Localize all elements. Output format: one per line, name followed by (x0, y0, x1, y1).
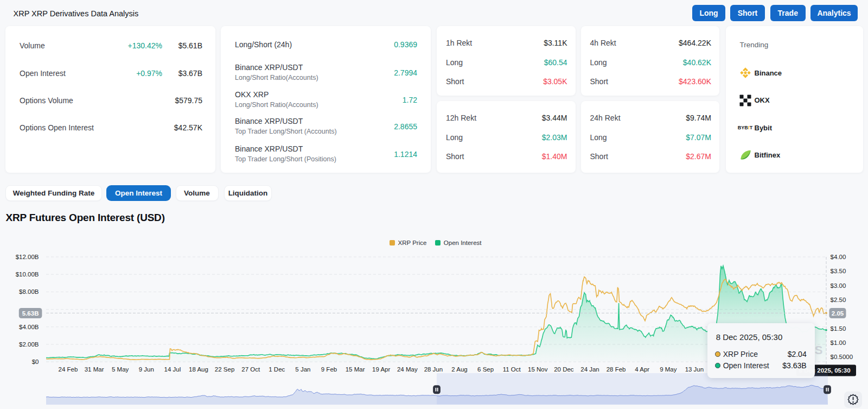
svg-text:20 Dec: 20 Dec (554, 366, 574, 373)
svg-text:$0: $0 (32, 358, 39, 365)
svg-text:9 Feb: 9 Feb (321, 366, 337, 373)
svg-text:24 Jan: 24 Jan (580, 366, 599, 373)
svg-text:18 Aug: 18 Aug (189, 366, 208, 373)
svg-text:$3.00: $3.00 (831, 282, 846, 289)
svg-text:5 Jan: 5 Jan (295, 366, 310, 373)
svg-text:$2.50: $2.50 (831, 297, 846, 303)
svg-text:$2.00B: $2.00B (19, 341, 39, 348)
svg-text:28 Feb: 28 Feb (607, 366, 626, 373)
svg-text:9 May: 9 May (660, 366, 677, 373)
svg-text:5 May: 5 May (112, 366, 129, 373)
svg-text:$8.00B: $8.00B (19, 288, 39, 295)
svg-text:19 Apr: 19 Apr (372, 366, 390, 373)
svg-text:22 Sep: 22 Sep (215, 366, 234, 373)
svg-text:$12.00B: $12.00B (16, 254, 39, 260)
svg-text:5.63B: 5.63B (22, 310, 39, 317)
svg-text:$0.5000: $0.5000 (831, 354, 853, 360)
svg-text:15 Mar: 15 Mar (346, 366, 365, 373)
svg-text:28 Jun: 28 Jun (424, 366, 443, 373)
svg-text:$3.50: $3.50 (831, 268, 846, 274)
svg-text:24 Feb: 24 Feb (59, 366, 78, 373)
svg-text:11 Oct: 11 Oct (503, 366, 521, 373)
svg-text:$4.00: $4.00 (831, 254, 846, 260)
svg-text:24 May: 24 May (397, 366, 418, 373)
svg-text:1 Dec: 1 Dec (269, 366, 285, 373)
svg-text:$10.00B: $10.00B (16, 271, 39, 278)
svg-text:9 Jun: 9 Jun (139, 366, 154, 373)
svg-text:15 Nov: 15 Nov (528, 366, 548, 373)
svg-text:31 Mar: 31 Mar (85, 366, 104, 373)
svg-text:2.05: 2.05 (832, 310, 844, 317)
svg-text:14 Jul: 14 Jul (164, 366, 181, 373)
svg-text:$1.00: $1.00 (831, 339, 846, 346)
svg-text:13 Jun: 13 Jun (685, 366, 704, 373)
svg-text:2 Aug: 2 Aug (451, 366, 467, 373)
svg-text:27 Oct: 27 Oct (241, 366, 260, 373)
svg-text:$4.00B: $4.00B (19, 324, 39, 330)
svg-text:$1.50: $1.50 (831, 325, 846, 332)
svg-text:6 Sep: 6 Sep (477, 366, 494, 373)
svg-text:4 Apr: 4 Apr (635, 366, 649, 373)
